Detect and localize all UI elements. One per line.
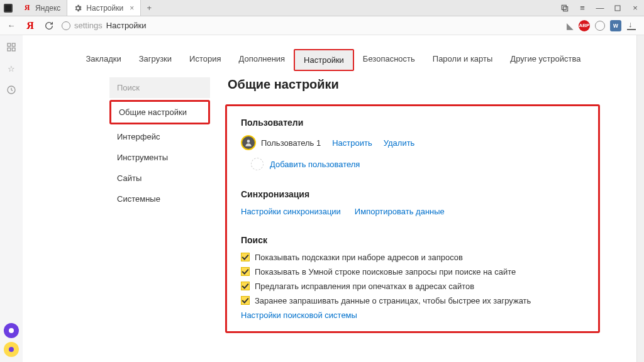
svg-point-8 [247,140,250,143]
gear-icon [74,4,82,13]
browser-tab-1[interactable]: Настройки × [67,0,141,16]
section-search: Поиск Показывать подсказки при наборе ад… [241,235,584,320]
tab-other-devices[interactable]: Другие устройства [501,49,589,71]
menu-icon[interactable]: ≡ [574,0,591,16]
tab-passwords[interactable]: Пароли и карты [424,49,502,71]
window-titlebar: Я Яндекс Настройки × + ≡ — × [0,0,644,16]
titlebar-left [0,0,16,16]
configure-user-link[interactable]: Настроить [332,138,372,148]
page-content: Закладки Загрузки История Дополнения Нас… [23,35,644,362]
reload-button[interactable] [43,19,55,32]
settings-top-tabs: Закладки Загрузки История Дополнения Нас… [23,35,644,77]
import-data-link[interactable]: Импортировать данные [355,207,445,216]
close-tab-icon[interactable]: × [130,4,134,13]
search-option-0: Показывать подсказки при наборе адресов … [241,253,584,262]
yandex-app-icon[interactable] [4,342,19,357]
abp-icon[interactable]: ABP [579,20,590,31]
svg-rect-1 [562,5,566,9]
settings-nav-interface[interactable]: Интерфейс [109,126,210,147]
sync-settings-link[interactable]: Настройки синхронизации [241,207,341,216]
search-heading: Поиск [241,235,584,245]
close-window-button[interactable]: × [626,0,644,16]
sync-heading: Синхронизация [241,189,584,199]
checkbox-label: Заранее запрашивать данные о страницах, … [255,296,531,305]
tab-addons[interactable]: Дополнения [230,49,294,71]
checkbox-label: Предлагать исправления при опечатках в а… [255,282,474,291]
svg-rect-4 [12,43,15,47]
alice-app-icon[interactable] [4,323,19,338]
tab-settings[interactable]: Настройки [294,49,354,71]
checkbox-label: Показывать подсказки при наборе адресов … [255,253,463,262]
checkbox-label: Показывать в Умной строке поисковые запр… [255,267,516,277]
tab-bookmarks[interactable]: Закладки [77,49,130,71]
search-option-2: Предлагать исправления при опечатках в а… [241,282,584,291]
vk-icon[interactable]: w [610,20,621,31]
search-option-3: Заранее запрашивать данные о страницах, … [241,296,584,305]
checkbox[interactable] [241,282,250,290]
side-panel: ☆ [0,35,23,362]
address-prefix: settings [74,21,103,30]
settings-nav-tools[interactable]: Инструменты [109,147,210,168]
user-row: Пользователь 1 Настроить Удалить [241,135,584,150]
add-user-icon [251,158,264,170]
new-tab-button[interactable]: + [141,0,157,16]
svg-rect-0 [564,6,568,11]
app-icon [4,4,13,13]
minimize-button[interactable]: — [591,0,609,16]
page-title: Общие настройки [228,77,600,92]
settings-nav-system[interactable]: Системные [109,189,210,209]
delete-user-link[interactable]: Удалить [384,138,415,148]
bookmark-icon[interactable]: ◣ [567,21,574,31]
window-controls: ≡ — × [556,0,644,16]
site-identity-icon [62,21,70,30]
svg-rect-2 [615,6,620,11]
browser-tab-0[interactable]: Я Яндекс [16,0,67,16]
search-option-1: Показывать в Умной строке поисковые запр… [241,267,584,277]
section-users: Пользователи Пользователь 1 Настроить Уд… [241,118,584,170]
settings-side-nav: Поиск Общие настройки Интерфейс Инструме… [109,77,210,333]
svg-rect-3 [8,43,11,47]
grid-icon[interactable] [6,41,17,53]
star-icon[interactable]: ☆ [6,63,17,74]
checkbox[interactable] [241,253,250,261]
history-icon[interactable] [6,84,17,96]
tab-security[interactable]: Безопасность [354,49,424,71]
user-name: Пользователь 1 [261,138,321,148]
section-sync: Синхронизация Настройки синхронизации Им… [241,189,584,216]
svg-rect-6 [12,48,15,51]
settings-nav-general[interactable]: Общие настройки [109,100,210,124]
copy-window-icon[interactable] [556,0,574,16]
search-engine-settings-link[interactable]: Настройки поисковой системы [241,310,357,320]
tab-downloads[interactable]: Загрузки [130,49,180,71]
highlighted-settings-area: Пользователи Пользователь 1 Настроить Уд… [225,104,600,333]
tab-title: Яндекс [35,4,60,13]
add-user-row: Добавить пользователя [251,158,584,170]
downloads-icon[interactable] [626,21,636,31]
settings-main-column: Общие настройки Пользователи Пользовател… [225,77,600,333]
checkbox[interactable] [241,296,250,305]
browser-toolbar: ← Я settings Настройки ◣ ABP w [0,16,644,35]
address-current: Настройки [106,21,147,30]
add-user-link[interactable]: Добавить пользователя [270,160,360,169]
back-button[interactable]: ← [5,19,18,32]
settings-nav-search[interactable]: Поиск [109,77,210,98]
yandex-logo[interactable]: Я [24,19,36,32]
checkbox[interactable] [241,267,250,276]
globe-icon[interactable] [595,21,605,31]
users-heading: Пользователи [241,118,584,128]
address-bar[interactable]: settings Настройки [62,21,560,30]
yandex-favicon: Я [23,4,31,13]
vertical-scrollbar[interactable] [636,35,644,362]
tab-history[interactable]: История [180,49,230,71]
svg-rect-5 [8,48,11,51]
settings-nav-sites[interactable]: Сайты [109,168,210,189]
maximize-button[interactable] [609,0,626,16]
avatar-icon [241,135,256,150]
tab-title: Настройки [86,4,123,13]
